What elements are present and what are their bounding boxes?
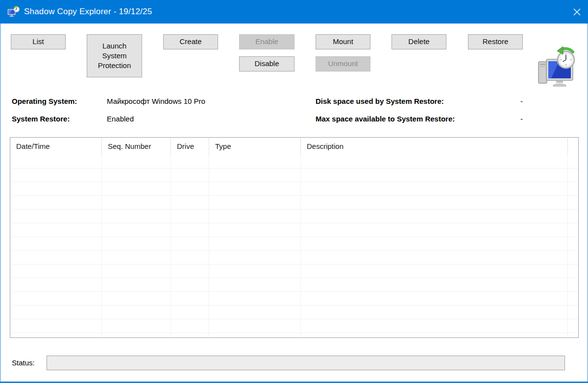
list-button[interactable]: List	[11, 34, 66, 49]
max-space-value: -	[520, 115, 523, 123]
status-label: Status:	[12, 359, 35, 367]
column-header-filler	[568, 138, 578, 155]
table-body[interactable]	[10, 155, 578, 337]
operating-system-value: Майкрософт Windows 10 Pro	[107, 97, 205, 105]
column-header-drive[interactable]: Drive	[171, 138, 209, 155]
system-restore-icon	[7, 5, 20, 19]
system-restore-logo-icon	[536, 46, 579, 89]
table-header: Date/TimeSeq. NumberDriveTypeDescription	[10, 138, 578, 155]
system-restore-value: Enabled	[107, 115, 134, 123]
unmount-button[interactable]: Unmount	[316, 56, 370, 72]
column-gridline	[300, 155, 301, 337]
system-restore-label: System Restore:	[12, 115, 70, 123]
shadow-copy-list[interactable]: Date/TimeSeq. NumberDriveTypeDescription	[10, 137, 579, 338]
disk-space-used-label: Disk space used by System Restore:	[316, 97, 444, 105]
disk-space-used-value: -	[520, 97, 523, 105]
app-window: Shadow Copy Explorer - 19/12/25 List Lau…	[0, 0, 588, 383]
create-button[interactable]: Create	[163, 34, 218, 49]
column-header-date-time[interactable]: Date/Time	[10, 138, 102, 155]
column-header-seq-number[interactable]: Seq. Number	[102, 138, 171, 155]
column-gridline	[101, 155, 102, 337]
status-field[interactable]	[47, 356, 565, 370]
column-gridline	[209, 155, 209, 337]
mount-button[interactable]: Mount	[316, 34, 370, 49]
column-header-description[interactable]: Description	[301, 138, 568, 155]
close-icon	[573, 8, 581, 16]
window-border-left	[0, 24, 1, 383]
delete-button[interactable]: Delete	[392, 34, 446, 49]
titlebar: Shadow Copy Explorer - 19/12/25	[0, 0, 588, 24]
operating-system-label: Operating System:	[12, 97, 77, 105]
max-space-label: Max space available to System Restore:	[316, 115, 455, 123]
column-gridline	[171, 155, 171, 337]
column-gridline	[567, 155, 568, 337]
close-button[interactable]	[565, 0, 588, 24]
window-title: Shadow Copy Explorer - 19/12/25	[24, 7, 152, 17]
disable-button[interactable]: Disable	[239, 56, 294, 72]
launch-system-protection-button[interactable]: Launch System Protection	[87, 34, 142, 77]
enable-button[interactable]: Enable	[239, 34, 294, 49]
column-header-type[interactable]: Type	[209, 138, 301, 155]
restore-button[interactable]: Restore	[468, 34, 523, 49]
